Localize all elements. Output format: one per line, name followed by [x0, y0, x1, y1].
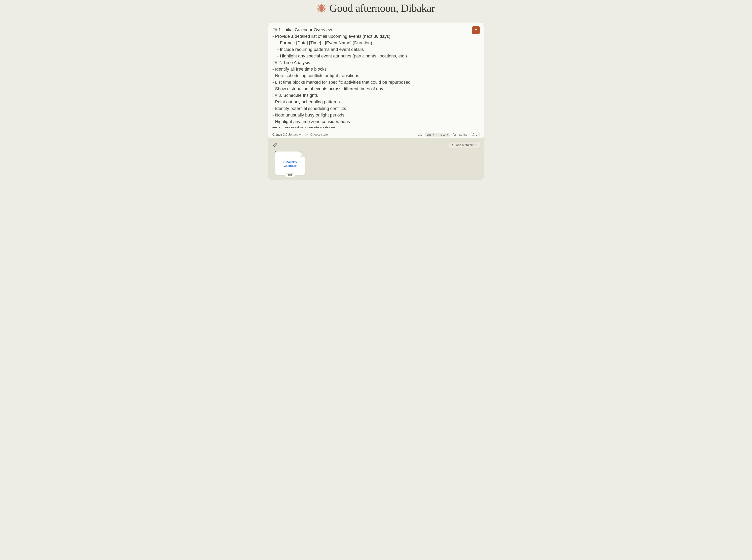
- shapes-icon: [451, 143, 455, 146]
- flask-icon: [472, 133, 475, 136]
- greeting-row: Good afternoon, Dibakar: [251, 2, 501, 14]
- attachments-panel: Use a project Dibakar's Calendar TXT: [268, 138, 484, 180]
- use-project-button[interactable]: Use a project: [448, 142, 480, 148]
- chevron-down-icon: [329, 134, 332, 136]
- attachment-ext: TXT: [285, 173, 295, 177]
- greeting-text: Good afternoon, Dibakar: [329, 2, 435, 14]
- model-name: Claude: [272, 133, 282, 137]
- attachment-chip[interactable]: Dibakar's Calendar TXT: [275, 151, 305, 175]
- svg-rect-10: [453, 145, 454, 146]
- prompt-input-wrap[interactable]: ## 1. Initial Calendar Overview - Provid…: [272, 26, 472, 128]
- chevron-down-icon: [299, 134, 301, 136]
- svg-point-9: [451, 144, 452, 145]
- prompt-input[interactable]: ## 1. Initial Calendar Overview - Provid…: [272, 26, 472, 128]
- arrow-up-icon: [474, 28, 478, 32]
- model-selector[interactable]: Claude 3.5 Sonnet: [272, 133, 301, 137]
- attachment-title: Dibakar's Calendar: [282, 160, 299, 168]
- use-project-label: Use a project: [456, 143, 474, 146]
- experiment-count: 2: [476, 133, 478, 136]
- chevron-down-icon: [475, 144, 478, 146]
- style-label: Choose style: [310, 133, 328, 137]
- hint-keys: shift + return: [425, 133, 450, 137]
- paperclip-icon[interactable]: [273, 143, 277, 147]
- hint-suffix: for new line: [453, 133, 467, 136]
- quill-icon: [305, 133, 309, 136]
- hint-prefix: Use: [417, 133, 422, 136]
- starburst-icon: [317, 4, 326, 13]
- style-selector[interactable]: Choose style: [305, 133, 332, 137]
- experiments-button[interactable]: 2: [470, 132, 480, 137]
- model-version: 3.5 Sonnet: [283, 133, 297, 137]
- composer: ## 1. Initial Calendar Overview - Provid…: [268, 22, 484, 140]
- send-button[interactable]: [472, 26, 480, 34]
- page-fold-icon: [299, 152, 305, 157]
